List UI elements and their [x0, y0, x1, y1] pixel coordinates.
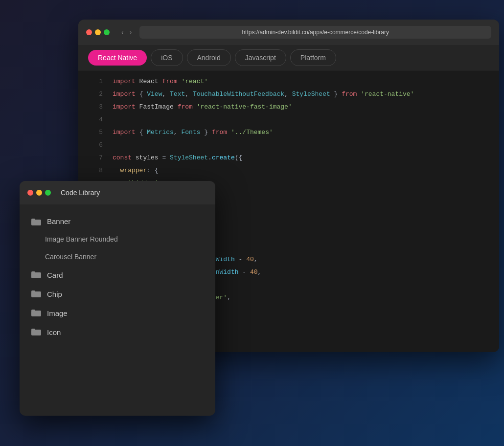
tab-platform[interactable]: Platform [290, 49, 336, 66]
code-line-2: 2 import { View, Text, TouchableWithoutF… [78, 88, 499, 101]
tab-bar: React Native iOS Android Javascript Plat… [78, 45, 499, 70]
code-line-4: 4 [78, 113, 499, 126]
code-line-1: 1 import React from 'react' [78, 75, 499, 88]
nav-arrows: ‹ › [119, 27, 134, 37]
sidebar-item-chip[interactable]: Chip [20, 285, 215, 304]
code-line-3: 3 import FastImage from 'react-native-fa… [78, 101, 499, 113]
sidebar-item-banner[interactable]: Banner [20, 212, 215, 230]
folder-icon [31, 218, 41, 225]
sidebar-item-image-banner-rounded[interactable]: Image Banner Rounded [20, 230, 215, 248]
folder-icon-image [31, 309, 41, 318]
sidebar-window-title: Code Library [61, 189, 100, 197]
sidebar-item-icon-label: Icon [47, 328, 61, 336]
sidebar-item-card-label: Card [47, 271, 63, 279]
svg-rect-7 [31, 310, 35, 312]
sidebar-content: Banner Image Banner Rounded Carousel Ban… [20, 204, 215, 350]
close-button[interactable] [86, 29, 92, 35]
sidebar-item-banner-label: Banner [47, 217, 70, 225]
sidebar-item-card[interactable]: Card [20, 266, 215, 285]
code-line-8: 8 wrapper: { [78, 164, 499, 177]
folder-icon-chip [31, 290, 41, 299]
sidebar-item-icon[interactable]: Icon [20, 323, 215, 342]
tab-android[interactable]: Android [187, 49, 231, 66]
folder-icon-icon [31, 328, 41, 337]
svg-rect-9 [31, 329, 35, 331]
sidebar-window: Code Library Banner Image Banner Rounded… [20, 181, 215, 416]
minimize-button[interactable] [95, 29, 101, 35]
sidebar-item-carousel-label: Carousel Banner [45, 253, 96, 261]
forward-button[interactable]: › [128, 27, 134, 37]
sidebar-titlebar: Code Library [20, 181, 215, 204]
svg-rect-5 [31, 290, 35, 292]
sidebar-item-image[interactable]: Image [20, 304, 215, 323]
traffic-lights [86, 29, 110, 35]
sidebar-close-button[interactable] [27, 190, 33, 196]
code-line-6: 6 [78, 139, 499, 152]
maximize-button[interactable] [104, 29, 110, 35]
tab-ios[interactable]: iOS [151, 49, 183, 66]
sidebar-maximize-button[interactable] [45, 190, 51, 196]
code-line-5: 5 import { Metrics, Fonts } from '../The… [78, 126, 499, 139]
back-button[interactable]: ‹ [119, 27, 126, 37]
tab-react-native[interactable]: React Native [88, 50, 147, 66]
sidebar-minimize-button[interactable] [36, 190, 42, 196]
svg-rect-1 [31, 219, 35, 221]
browser-titlebar: ‹ › https://admin-dev.bildit.co/apps/e-c… [78, 20, 499, 45]
sidebar-item-carousel-banner[interactable]: Carousel Banner [20, 248, 215, 266]
sidebar-item-chip-label: Chip [47, 290, 62, 298]
sidebar-traffic-lights [27, 190, 51, 196]
sidebar-item-image-label: Image [47, 309, 68, 317]
sidebar-item-image-banner-label: Image Banner Rounded [45, 235, 118, 243]
code-line-7: 7 const styles = StyleSheet.create({ [78, 152, 499, 164]
svg-rect-3 [31, 271, 35, 273]
url-bar[interactable]: https://admin-dev.bildit.co/apps/e-comme… [139, 26, 491, 39]
tab-javascript[interactable]: Javascript [235, 49, 286, 66]
folder-icon-card [31, 270, 41, 280]
